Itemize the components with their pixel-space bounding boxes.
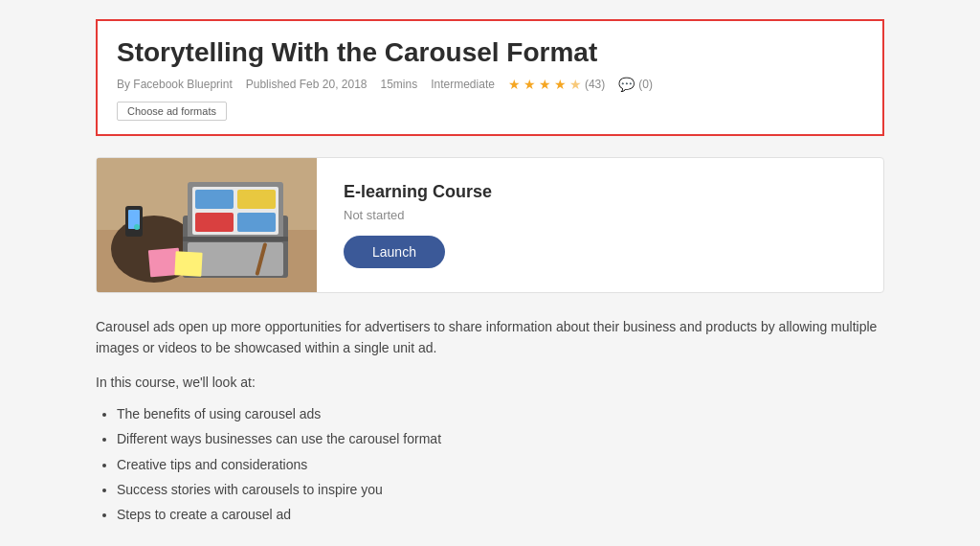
header-box: Storytelling With the Carousel Format By…	[96, 19, 884, 136]
star-4-icon: ★	[554, 77, 567, 92]
meta-published: Published Feb 20, 2018	[246, 78, 368, 91]
course-meta: By Facebook Blueprint Published Feb 20, …	[117, 77, 863, 92]
star-half-icon: ★	[569, 77, 582, 92]
svg-rect-7	[237, 190, 276, 209]
page-wrapper: Storytelling With the Carousel Format By…	[0, 0, 980, 546]
description-paragraph: Carousel ads open up more opportunities …	[96, 316, 884, 359]
list-item: Creative tips and considerations	[117, 454, 884, 475]
meta-author: By Facebook Blueprint	[117, 78, 233, 91]
laptop-scene	[97, 158, 317, 292]
course-image-svg	[97, 158, 317, 292]
star-rating: ★★★★★(43)	[508, 77, 605, 92]
list-item: Different ways businesses can use the ca…	[117, 428, 884, 449]
course-card: E-learning Course Not started Launch	[96, 157, 884, 293]
bullet-list: The benefits of using carousel adsDiffer…	[96, 403, 884, 526]
comment-icon: 💬	[618, 77, 635, 92]
list-item: Steps to create a carousel ad	[117, 504, 884, 525]
svg-rect-10	[183, 237, 288, 241]
launch-button[interactable]: Launch	[344, 236, 445, 268]
elearning-course-title: E-learning Course	[344, 182, 492, 202]
description-area: Carousel ads open up more opportunities …	[96, 316, 884, 526]
star-1-icon: ★	[508, 77, 521, 92]
course-title: Storytelling With the Carousel Format	[117, 36, 863, 69]
description-intro: In this course, we'll look at:	[96, 372, 884, 393]
svg-rect-8	[195, 213, 234, 232]
course-status: Not started	[344, 208, 492, 222]
meta-level: Intermediate	[431, 78, 495, 91]
star-2-icon: ★	[523, 77, 536, 92]
course-card-content: E-learning Course Not started Launch	[317, 158, 519, 292]
meta-duration: 15mins	[381, 78, 418, 91]
star-3-icon: ★	[539, 77, 551, 92]
meta-comments: 💬 (0)	[618, 77, 653, 92]
list-item: The benefits of using carousel ads	[117, 403, 884, 424]
svg-rect-13	[174, 251, 202, 276]
comment-count: (0)	[638, 78, 653, 91]
course-thumbnail	[97, 158, 317, 292]
svg-point-17	[134, 224, 140, 230]
list-item: Success stories with carousels to inspir…	[117, 479, 884, 500]
svg-rect-9	[237, 213, 276, 232]
rating-count: (43)	[585, 78, 605, 91]
choose-ad-formats-tag[interactable]: Choose ad formats	[117, 102, 227, 121]
svg-rect-6	[195, 190, 234, 209]
